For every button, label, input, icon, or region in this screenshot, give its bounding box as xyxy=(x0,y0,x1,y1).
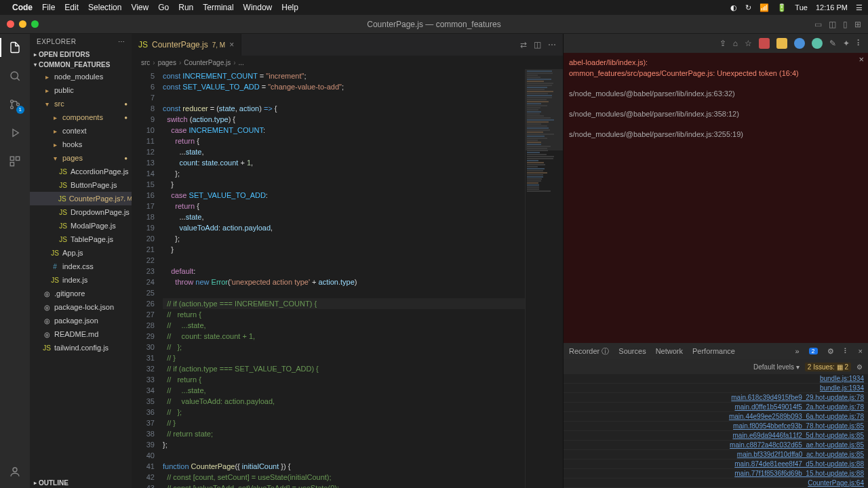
folder-row[interactable]: ▸components● xyxy=(30,110,132,124)
console-log-row[interactable]: main.77f1f8536f6d69b_15.hot-update.js:88 xyxy=(564,469,868,479)
console-settings-icon[interactable]: ⚙ xyxy=(856,363,863,371)
error-count-badge[interactable]: 2 xyxy=(809,348,818,354)
file-row[interactable]: JSCounterPage.js7, M xyxy=(30,192,132,205)
menubar-item[interactable]: Terminal xyxy=(203,3,233,12)
star-icon[interactable]: ☆ xyxy=(745,39,752,48)
window-minimize-button[interactable] xyxy=(19,20,26,28)
file-row[interactable]: JSAccordionPage.js xyxy=(30,165,132,178)
file-row[interactable]: JSTablePage.js xyxy=(30,232,132,246)
explorer-more-icon[interactable]: ⋯ xyxy=(118,38,125,45)
file-row[interactable]: ◎package.json xyxy=(30,314,132,327)
console-log-row[interactable]: CounterPage.js:64 xyxy=(564,479,868,488)
file-row[interactable]: JSApp.js xyxy=(30,246,132,260)
devtools-tab[interactable]: Sources xyxy=(618,347,646,355)
error-close-icon[interactable]: × xyxy=(859,54,864,65)
folder-row[interactable]: ▸public xyxy=(30,83,132,97)
activity-debug-icon[interactable] xyxy=(7,125,23,141)
outline-section[interactable]: ▸OUTLINE xyxy=(30,478,132,488)
activity-search-icon[interactable] xyxy=(7,68,23,84)
wifi-icon[interactable]: 📶 xyxy=(760,3,769,12)
menubar-item[interactable]: Help xyxy=(281,3,298,12)
folder-row[interactable]: ▸node_modules xyxy=(30,70,132,83)
console-log-row[interactable]: main.618c39d4915fbe9_29.hot-update.js:78 xyxy=(564,393,868,403)
file-row[interactable]: JSButtonPage.js xyxy=(30,178,132,192)
console-log-row[interactable]: main.e69da9446fa11f2_5d.hot-update.js:85 xyxy=(564,431,868,441)
window-maximize-button[interactable] xyxy=(31,20,39,28)
issues-badge[interactable]: 2 Issues: ▦ 2 xyxy=(805,363,851,371)
code-editor[interactable]: const INCREMENT_COUNT = "increment";cons… xyxy=(163,69,525,488)
console-log-row[interactable]: main.c8872a48c032d65_ae.hot-update.js:85 xyxy=(564,441,868,450)
console-log-row[interactable]: main.d0ffe1b549014f5_2a.hot-update.js:78 xyxy=(564,403,868,412)
extension-icon[interactable] xyxy=(812,38,823,49)
explorer-sidebar: EXPLORER ⋯ ▸OPEN EDITORS ▾COMMON_FEATURE… xyxy=(30,34,132,488)
extension-icon[interactable] xyxy=(759,38,770,49)
layout-icon[interactable]: ◫ xyxy=(829,20,836,29)
activity-extensions-icon[interactable] xyxy=(7,153,23,169)
compare-icon[interactable]: ⇄ xyxy=(520,40,527,49)
file-row[interactable]: JSindex.js xyxy=(30,273,132,287)
file-row[interactable]: #index.css xyxy=(30,260,132,273)
file-row[interactable]: JSModalPage.js xyxy=(30,219,132,232)
edit-icon[interactable]: ✎ xyxy=(829,39,836,48)
puzzle-icon[interactable]: ✦ xyxy=(843,39,850,48)
menubar-app-name[interactable]: Code xyxy=(12,3,33,12)
file-row[interactable]: JStailwind.config.js xyxy=(30,341,132,354)
menubar-icon[interactable]: ◐ xyxy=(730,3,737,12)
console-log[interactable]: bundle.js:1934bundle.js:1934main.618c39d… xyxy=(564,374,868,488)
more-icon[interactable]: ⠇ xyxy=(856,39,863,48)
menubar-item[interactable]: Go xyxy=(158,3,169,12)
breadcrumb[interactable]: src›pages›CounterPage.js›... xyxy=(132,56,563,69)
tab-counterpage[interactable]: JS CounterPage.js 7, M × xyxy=(132,34,241,56)
console-log-row[interactable]: main.f80954bbefce93b_78.hot-update.js:85 xyxy=(564,422,868,431)
layout-icon[interactable]: ▭ xyxy=(814,20,822,29)
layout-icon[interactable]: ⊞ xyxy=(854,20,861,29)
folder-row[interactable]: ▾src● xyxy=(30,97,132,110)
devtools-tab[interactable]: Performance xyxy=(692,347,735,355)
console-log-row[interactable]: main.44e99ee2589b093_6a.hot-update.js:78 xyxy=(564,412,868,422)
minimap[interactable] xyxy=(525,69,563,488)
devtools-tab[interactable]: Recorder ⓘ xyxy=(569,347,609,355)
tabs-overflow-icon[interactable]: » xyxy=(795,347,799,355)
levels-dropdown[interactable]: Default levels ▾ xyxy=(753,363,800,371)
activity-account-icon[interactable] xyxy=(7,464,23,480)
activity-scm-icon[interactable]: 1 xyxy=(7,96,23,113)
split-editor-icon[interactable]: ◫ xyxy=(534,40,541,49)
menubar-item[interactable]: Window xyxy=(243,3,273,12)
console-log-row[interactable]: bundle.js:1934 xyxy=(564,374,868,384)
activity-explorer-icon[interactable] xyxy=(7,39,23,56)
file-row[interactable]: ◎.gitignore xyxy=(30,287,132,300)
menubar-item[interactable]: File xyxy=(42,3,55,12)
console-log-row[interactable]: main.bf339d2f10dffa0_ac.hot-update.js:85 xyxy=(564,450,868,460)
home-icon[interactable]: ⌂ xyxy=(733,39,738,48)
devtools-tab[interactable]: Network xyxy=(656,347,683,355)
file-row[interactable]: JSDropdownPage.js xyxy=(30,205,132,219)
file-row[interactable]: ◎package-lock.json xyxy=(30,300,132,314)
extension-icon[interactable] xyxy=(776,38,787,49)
console-log-row[interactable]: main.874de81eee8f47_d5.hot-update.js:88 xyxy=(564,460,868,469)
tab-close-icon[interactable]: × xyxy=(229,40,234,49)
kebab-icon[interactable]: ⠇ xyxy=(844,347,849,356)
settings-icon[interactable]: ⚙ xyxy=(827,347,834,356)
console-log-row[interactable]: bundle.js:1934 xyxy=(564,384,868,393)
menubar-item[interactable]: Run xyxy=(178,3,193,12)
activity-bar: 1 xyxy=(0,34,30,488)
share-icon[interactable]: ⇪ xyxy=(719,39,726,48)
battery-icon[interactable]: 🔋 xyxy=(777,3,787,12)
devtools-close-icon[interactable]: × xyxy=(859,347,863,355)
menubar-item[interactable]: View xyxy=(131,3,149,12)
workspace-section[interactable]: ▾COMMON_FEATURES xyxy=(30,60,132,70)
menubar-item[interactable]: Selection xyxy=(88,3,121,12)
file-row[interactable]: ◎README.md xyxy=(30,327,132,341)
menubar-icon[interactable]: ↻ xyxy=(745,3,751,12)
folder-row[interactable]: ▸hooks xyxy=(30,138,132,151)
folder-row[interactable]: ▸context xyxy=(30,124,132,138)
menubar-item[interactable]: Edit xyxy=(64,3,79,12)
control-center-icon[interactable]: ☰ xyxy=(856,3,863,12)
window-close-button[interactable] xyxy=(7,20,14,28)
extension-icon[interactable] xyxy=(794,38,805,49)
folder-row[interactable]: ▾pages● xyxy=(30,151,132,165)
more-icon[interactable]: ⋯ xyxy=(548,40,556,49)
open-editors-section[interactable]: ▸OPEN EDITORS xyxy=(30,49,132,60)
layout-icon[interactable]: ▯ xyxy=(843,20,848,29)
error-overlay: × abel-loader/lib/index.js):ommon_featur… xyxy=(564,53,868,343)
